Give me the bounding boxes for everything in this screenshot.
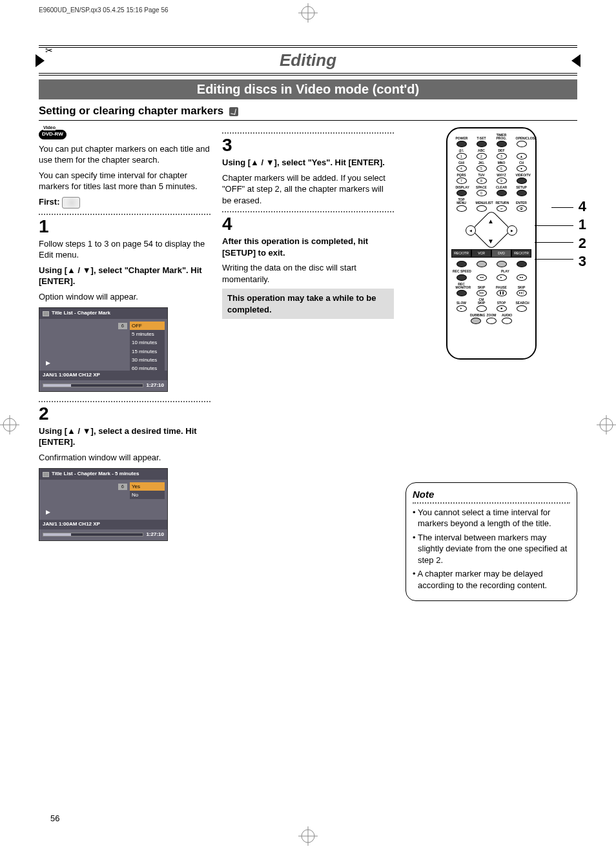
remote-button: SPACE0	[476, 186, 488, 196]
remote-button: VIDEO/TV	[516, 174, 528, 184]
dpad-down-icon: ▼	[488, 237, 494, 246]
remote-button: GHI4	[456, 161, 467, 172]
remote-button: CH▼	[516, 161, 528, 172]
step-1-text-1: Follow steps 1 to 3 on page 54 to displa…	[39, 238, 210, 261]
crop-mark-bottom	[298, 826, 318, 846]
crop-mark-left	[0, 415, 19, 435]
section-heading-text: Setting or clearing chapter markers	[39, 105, 223, 117]
ui-menu-item-30: 30 minutes	[130, 356, 165, 364]
intro-paragraph-1: You can put chapter markers on each titl…	[39, 143, 210, 166]
ui-title-icon	[43, 311, 49, 316]
remote-button: SKIP▸▸|	[516, 286, 528, 296]
step-4-number: 4	[222, 215, 394, 233]
dpad-up-icon: ▲	[488, 217, 494, 226]
ui-menu-item-15: 15 minutes	[130, 347, 165, 356]
remote-button: DUBBING	[470, 314, 482, 324]
remote-button: STOP■	[496, 302, 508, 312]
remote-button: DEF3	[496, 149, 508, 159]
remote-button: ENTER⦿	[516, 201, 528, 212]
remote-dpad: ▲ ▼ ◀ ▶	[466, 214, 517, 247]
remote-button: ZOOM	[486, 314, 497, 324]
remote-button: SLOW▸	[456, 302, 467, 312]
crop-mark-right	[597, 415, 616, 435]
completion-notice: This operation may take a while to be co…	[222, 289, 394, 319]
remote-button: CM SKIP	[476, 298, 488, 312]
column-2: 3 Using [▲ / ▼], select "Yes". Hit [ENTE…	[222, 127, 394, 601]
ui-time: 1:27:10	[146, 382, 164, 389]
remote-illustration: POWERT-SETTIMER PROG.OPEN/CLOSE @!.1ABC2…	[406, 127, 577, 360]
remote-button: TIMER PROG.	[496, 134, 508, 147]
remote-button: TUV8	[476, 174, 488, 184]
callout-1: 1	[579, 216, 586, 233]
remote-button: PQRS7	[456, 174, 467, 184]
remote-button: AUDIO	[501, 314, 513, 324]
callout-line	[535, 259, 573, 260]
onscreen-ui-confirm: Title List - Chapter Mark - 5 minutes 6 …	[39, 468, 168, 540]
onscreen-ui-chapter-mark: Title List - Chapter Mark 6 OFF 5 minute…	[39, 307, 168, 391]
ui-menu-item-10: 10 minutes	[130, 338, 165, 347]
remote-button: POWER	[456, 137, 467, 147]
step-3-text-1: Using [▲ / ▼], select "Yes". Hit [ENTER]…	[222, 157, 394, 169]
note-item-2: The interval between markers may slightl…	[413, 532, 570, 566]
remote-recspeed-label: REC SPEED	[451, 269, 479, 274]
remote-button: CLEAR	[496, 186, 508, 196]
note-title: Note	[413, 488, 434, 501]
remote-button	[516, 260, 528, 267]
ui-time: 1:27:10	[146, 531, 164, 538]
ui-menu-item-5: 5 minutes	[130, 330, 165, 338]
remote-button: DISPLAY	[456, 186, 467, 196]
callout-line	[535, 225, 573, 226]
remote-button: OPEN/CLOSE	[516, 137, 528, 147]
note-divider	[413, 502, 570, 504]
divider	[39, 214, 210, 215]
crop-mark-top	[298, 3, 318, 23]
ui-thumbnail: 6	[118, 323, 127, 329]
subtitle-bar: Editing discs in Video mode (cont'd)	[39, 79, 577, 99]
remote-button: ABC2	[476, 149, 488, 159]
page-number: 56	[50, 813, 59, 823]
remote-button	[456, 274, 467, 281]
callout-3: 3	[579, 253, 586, 270]
ui-title-icon	[43, 472, 49, 477]
remote-button: JKL5	[476, 161, 488, 172]
dvdrw-badge-top: Video	[43, 125, 56, 130]
remote-button	[496, 260, 508, 267]
step-3-number: 3	[222, 136, 394, 154]
remote-button: ◂◂	[476, 274, 488, 281]
callout-2: 2	[579, 235, 586, 252]
remote-button: ▸	[496, 274, 508, 281]
step-3-text-2: Chapter markers will be added. If you se…	[222, 172, 394, 207]
remote-play-label: PLAY	[479, 269, 531, 274]
callout-line	[535, 242, 573, 243]
note-item-3: A chapter marker may be delayed accordin…	[413, 568, 570, 591]
note-item-1: You cannot select a time interval for ma…	[413, 507, 570, 529]
remote-step-callouts: 4 1 2 3	[579, 198, 586, 272]
remote-button: SETUP	[516, 186, 528, 196]
remote-button: MENU/LIST	[476, 201, 488, 212]
page-title: Editing	[39, 50, 577, 70]
dpad-left-icon: ◀	[466, 225, 476, 236]
remote-button	[456, 260, 467, 267]
step-1-text-3: Option window will appear.	[39, 291, 210, 303]
first-label: First:	[39, 197, 60, 207]
ui-menu-item-60: 60 minutes	[130, 364, 165, 373]
ui-title-text: Title List - Chapter Mark	[52, 310, 110, 317]
step-2-number: 2	[39, 405, 210, 423]
step-4-text-1: After this operation is completed, hit […	[222, 236, 394, 258]
dvdrw-badge: Video DVD-RW	[39, 130, 67, 139]
step-1-text-2: Using [▲ / ▼], select "Chapter Mark". Hi…	[39, 265, 210, 287]
ui-menu-options: OFF 5 minutes 10 minutes 15 minutes 30 m…	[130, 322, 165, 373]
remote-button: @!.1	[456, 149, 467, 159]
remote-tab: DVD	[491, 249, 511, 258]
remote-button: RETURN↵	[496, 201, 508, 212]
callout-line	[551, 207, 573, 208]
remote-tab: VCR	[471, 249, 491, 258]
remote-button: REC MONITOR	[456, 283, 467, 296]
remote-button: ▸▸	[516, 274, 528, 281]
dpad-right-icon: ▶	[507, 225, 517, 236]
callout-4: 4	[579, 198, 586, 215]
remote-button: PAUSE❚❚	[496, 286, 508, 296]
step-2-text-1: Using [▲ / ▼], select a desired time. Hi…	[39, 425, 210, 448]
step-2-text-2: Confirmation window will appear.	[39, 452, 210, 464]
divider	[222, 132, 394, 134]
